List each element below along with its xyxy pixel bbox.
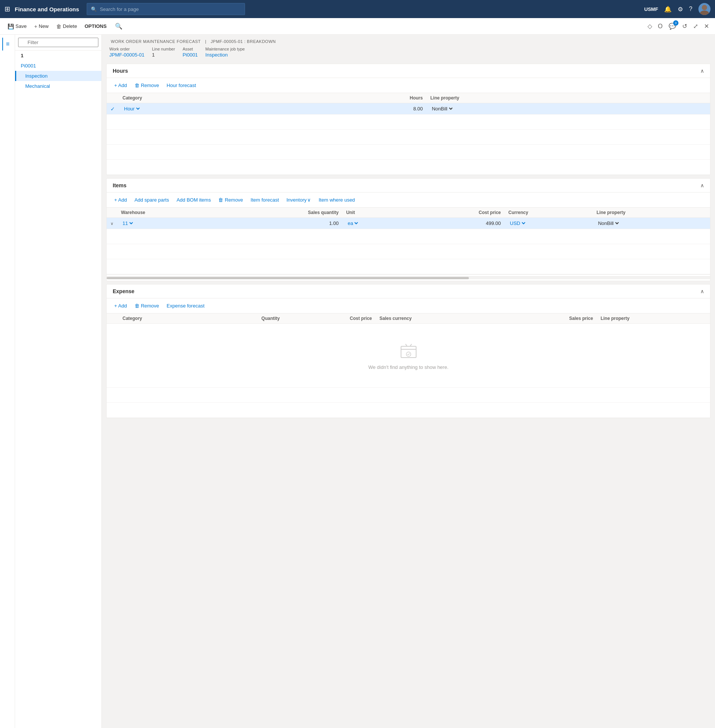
hour-forecast-button[interactable]: Hour forecast — [164, 81, 199, 90]
tree-item-1[interactable]: 1 — [15, 50, 101, 61]
tree-item-mechanical[interactable]: Mechanical — [15, 81, 101, 91]
hours-row-line-property[interactable]: NonBill — [427, 103, 661, 115]
tree-item-inspection-label: Inspection — [25, 73, 47, 79]
office-icon[interactable]: O — [657, 21, 664, 31]
field-row: Work order JPMF-00005-01 Line number 1 A… — [109, 47, 707, 58]
line-number-field: Line number 1 — [152, 47, 175, 58]
asset-value[interactable]: Pi0001 — [182, 52, 198, 58]
expand-icon[interactable]: ⤢ — [692, 21, 700, 31]
items-section: Items ∧ + Add Add spare parts Add BOM it… — [106, 178, 710, 281]
cmd-search-button[interactable]: 🔍 — [113, 21, 125, 31]
add-bom-items-button[interactable]: Add BOM items — [173, 196, 214, 204]
items-line-property-select[interactable]: NonBill — [597, 220, 620, 226]
refresh-icon[interactable]: ↺ — [681, 21, 689, 31]
items-scrollbar[interactable] — [107, 276, 710, 279]
tree-item-pi0001-label: Pi0001 — [21, 63, 36, 69]
add-bom-items-label: Add BOM items — [176, 197, 211, 203]
unit-select[interactable]: ea — [346, 220, 359, 226]
work-order-value[interactable]: JPMF-00005-01 — [109, 52, 144, 58]
hours-col-category: Category — [119, 93, 294, 103]
currency-select[interactable]: USD — [508, 220, 527, 226]
items-row-unit[interactable]: ea — [342, 218, 409, 229]
items-remove-trash-icon: 🗑 — [218, 197, 223, 203]
items-add-label: + Add — [114, 197, 127, 203]
search-input[interactable] — [100, 6, 241, 12]
hours-row-category[interactable]: Hour — [119, 103, 294, 115]
bell-icon[interactable]: 🔔 — [664, 6, 672, 13]
job-type-label: Maintenance job type — [205, 47, 245, 51]
item-where-used-button[interactable]: Item where used — [315, 196, 358, 204]
hours-remove-button[interactable]: 🗑 Remove — [132, 81, 162, 90]
items-col-cost-price: Cost price — [409, 208, 504, 218]
close-icon[interactable]: ✕ — [703, 21, 710, 31]
expense-collapse-icon[interactable]: ∧ — [700, 288, 704, 294]
tree-item-pi0001[interactable]: Pi0001 — [15, 61, 101, 71]
hours-row-check: ✓ — [107, 103, 119, 115]
items-row-currency[interactable]: USD — [505, 218, 593, 229]
expense-section-header[interactable]: Expense ∧ — [107, 284, 710, 298]
notification-count: 0 — [673, 20, 678, 26]
delete-button[interactable]: 🗑 Delete — [53, 22, 80, 31]
breadcrumb-record: JPMF-00005-01 : BREAKDOWN — [211, 39, 276, 44]
items-collapse-icon[interactable]: ∧ — [700, 182, 704, 188]
hours-category-select[interactable]: Hour — [122, 106, 141, 112]
app-title: Finance and Operations — [15, 6, 79, 12]
hours-check-col — [107, 93, 119, 103]
warehouse-select[interactable]: 11 — [121, 220, 134, 226]
new-button[interactable]: + New — [31, 22, 52, 31]
settings-icon[interactable]: ⚙ — [678, 6, 683, 13]
hour-forecast-label: Hour forecast — [167, 83, 196, 88]
empty-state-icon — [399, 341, 418, 361]
search-bar[interactable]: 🔍 — [87, 3, 245, 15]
items-remove-button[interactable]: 🗑 Remove — [215, 196, 246, 204]
expense-check-col — [107, 314, 119, 324]
add-spare-parts-button[interactable]: Add spare parts — [132, 196, 172, 204]
items-row-line-property[interactable]: NonBill — [593, 218, 710, 229]
hours-section-header[interactable]: Hours ∧ — [107, 64, 710, 78]
items-row: ∨ 11 1.00 ea 499.00 — [107, 218, 710, 229]
filter-input[interactable] — [18, 38, 98, 47]
hours-add-button[interactable]: + Add — [111, 81, 130, 90]
items-add-button[interactable]: + Add — [111, 196, 130, 204]
svg-point-0 — [702, 5, 707, 10]
notification-badge[interactable]: 💬 0 — [667, 21, 678, 31]
expense-forecast-button[interactable]: Expense forecast — [164, 301, 207, 310]
items-row-expand[interactable]: ∨ — [107, 218, 117, 229]
job-type-value[interactable]: Inspection — [205, 52, 245, 58]
sidebar-nav-icon[interactable]: ≡ — [2, 38, 12, 50]
items-empty-row-3 — [107, 259, 710, 274]
tree-item-1-label: 1 — [21, 53, 23, 58]
avatar[interactable] — [698, 3, 710, 15]
expense-col-sales-currency: Sales currency — [376, 314, 499, 324]
items-expand-col — [107, 208, 117, 218]
inventory-label: Inventory — [286, 197, 306, 203]
grid-menu-icon[interactable]: ⊞ — [5, 5, 10, 13]
line-number-label: Line number — [152, 47, 175, 51]
diamond-icon[interactable]: ◇ — [646, 21, 654, 31]
hours-collapse-icon[interactable]: ∧ — [700, 68, 704, 74]
expense-add-button[interactable]: + Add — [111, 301, 130, 310]
items-section-header[interactable]: Items ∧ — [107, 179, 710, 193]
hours-row-extra — [661, 103, 710, 115]
inventory-button[interactable]: Inventory ∨ — [283, 196, 314, 204]
save-button[interactable]: 💾 Save — [5, 22, 30, 31]
item-forecast-button[interactable]: Item forecast — [248, 196, 282, 204]
row-expand-icon[interactable]: ∨ — [110, 221, 113, 226]
expense-col-line-property: Line property — [597, 314, 710, 324]
expense-remove-button[interactable]: 🗑 Remove — [132, 301, 162, 310]
options-button[interactable]: OPTIONS — [81, 22, 110, 31]
items-toolbar: + Add Add spare parts Add BOM items 🗑 Re… — [107, 193, 710, 208]
hours-empty-row-4 — [107, 160, 710, 175]
tree-item-mechanical-label: Mechanical — [25, 83, 50, 89]
asset-label: Asset — [182, 47, 198, 51]
items-empty-row-2 — [107, 244, 710, 259]
items-col-sales-qty: Sales quantity — [219, 208, 342, 218]
expense-forecast-label: Expense forecast — [167, 303, 204, 309]
expense-col-quantity: Quantity — [203, 314, 283, 324]
expense-table: Category Quantity Cost price Sales curre… — [107, 314, 710, 418]
hours-line-property-select[interactable]: NonBill — [430, 106, 454, 112]
help-icon[interactable]: ? — [689, 6, 692, 12]
hours-row: ✓ Hour 8.00 NonBill — [107, 103, 710, 115]
items-row-warehouse[interactable]: 11 — [117, 218, 219, 229]
tree-item-inspection[interactable]: Inspection — [15, 71, 101, 81]
